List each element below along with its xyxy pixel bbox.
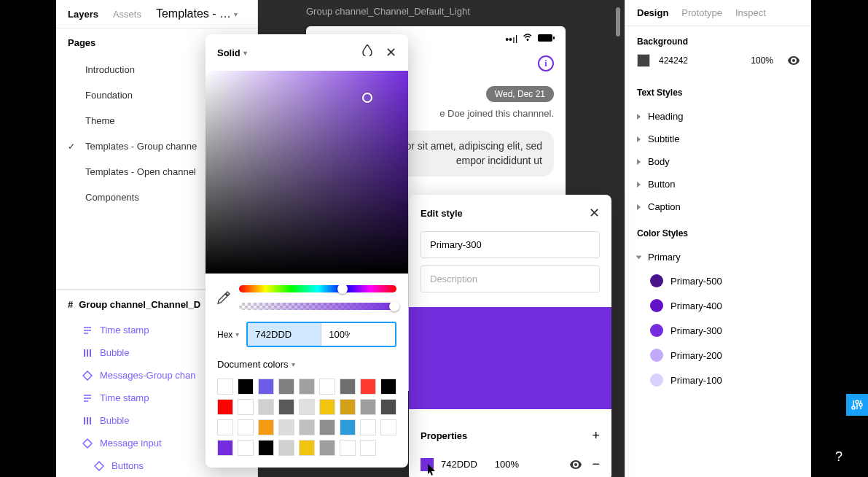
hex-input[interactable] bbox=[248, 323, 321, 346]
text-style-item[interactable]: Caption bbox=[637, 195, 799, 218]
tab-prototype[interactable]: Prototype bbox=[681, 7, 722, 18]
color-swatch[interactable] bbox=[319, 440, 335, 456]
diamond-icon bbox=[82, 371, 93, 381]
help-button[interactable]: ? bbox=[826, 443, 852, 470]
hue-slider[interactable] bbox=[239, 285, 396, 292]
color-swatch[interactable] bbox=[258, 379, 274, 395]
fill-type-dropdown[interactable]: Solid ▾ bbox=[217, 47, 247, 58]
add-property-icon[interactable]: + bbox=[592, 428, 600, 443]
text-style-item[interactable]: Body bbox=[637, 150, 799, 173]
color-swatch[interactable] bbox=[238, 419, 254, 435]
color-swatch[interactable] bbox=[238, 399, 254, 415]
close-icon[interactable]: ✕ bbox=[589, 205, 600, 221]
color-dot-icon bbox=[650, 373, 663, 387]
color-style-item[interactable]: Primary-200 bbox=[650, 343, 799, 368]
text-style-item[interactable]: Subtitle bbox=[637, 128, 799, 150]
adjust-button[interactable] bbox=[846, 394, 868, 416]
color-swatch[interactable] bbox=[258, 399, 274, 415]
blend-icon[interactable] bbox=[362, 44, 372, 61]
color-swatch[interactable] bbox=[258, 440, 274, 456]
color-group-primary[interactable]: Primary bbox=[637, 246, 799, 268]
background-hex[interactable]: 424242 bbox=[659, 55, 688, 66]
svg-rect-1 bbox=[553, 36, 555, 39]
property-row[interactable]: 742DDD 100% − bbox=[421, 457, 600, 472]
color-swatch[interactable] bbox=[340, 440, 356, 456]
color-swatch[interactable] bbox=[278, 379, 294, 395]
text-style-item[interactable]: Button bbox=[637, 173, 799, 195]
background-opacity[interactable]: 100% bbox=[751, 55, 773, 66]
info-icon[interactable]: i bbox=[538, 55, 554, 71]
tab-assets[interactable]: Assets bbox=[113, 9, 141, 20]
color-swatch[interactable] bbox=[299, 379, 315, 395]
color-swatch[interactable] bbox=[380, 379, 396, 395]
saturation-cursor[interactable] bbox=[362, 93, 372, 103]
chevron-right-icon bbox=[637, 159, 641, 165]
color-swatch[interactable] bbox=[319, 419, 335, 435]
color-swatch[interactable] bbox=[340, 379, 356, 395]
color-swatch[interactable] bbox=[217, 419, 233, 435]
color-style-item[interactable]: Primary-400 bbox=[650, 293, 799, 318]
color-swatch[interactable] bbox=[258, 419, 274, 435]
lines-icon bbox=[82, 393, 93, 403]
tab-layers[interactable]: Layers bbox=[68, 9, 98, 20]
color-swatch[interactable] bbox=[360, 399, 376, 415]
color-swatch[interactable] bbox=[360, 379, 376, 395]
tab-templates[interactable]: Templates - … ▾ bbox=[156, 7, 238, 20]
color-swatch[interactable] bbox=[238, 379, 254, 395]
alpha-slider[interactable] bbox=[239, 303, 396, 310]
diamond-icon bbox=[94, 461, 104, 471]
color-swatch[interactable] bbox=[319, 379, 335, 395]
color-style-item[interactable]: Primary-300 bbox=[650, 318, 799, 343]
properties-title: Properties bbox=[421, 430, 467, 441]
alpha-thumb[interactable] bbox=[389, 301, 399, 311]
hue-thumb[interactable] bbox=[337, 284, 348, 294]
property-swatch[interactable] bbox=[421, 458, 434, 471]
color-swatch[interactable] bbox=[278, 419, 294, 435]
color-swatch[interactable] bbox=[217, 399, 233, 415]
close-icon[interactable]: ✕ bbox=[386, 44, 396, 61]
eyedropper-icon[interactable] bbox=[217, 291, 230, 304]
saturation-field[interactable] bbox=[206, 71, 408, 274]
visibility-icon[interactable] bbox=[788, 56, 799, 65]
color-swatch[interactable] bbox=[217, 379, 233, 395]
color-dot-icon bbox=[650, 274, 663, 287]
style-name-input[interactable] bbox=[421, 231, 600, 258]
wifi-icon bbox=[522, 34, 533, 45]
remove-icon[interactable]: − bbox=[592, 457, 600, 472]
scrollbar[interactable] bbox=[616, 7, 620, 36]
hex-format-dropdown[interactable]: Hex ▾ bbox=[217, 330, 239, 340]
hex-opacity-input[interactable] bbox=[321, 323, 357, 346]
color-swatch[interactable] bbox=[380, 399, 396, 415]
property-opacity[interactable]: 100% bbox=[495, 459, 519, 470]
color-swatch[interactable] bbox=[238, 440, 254, 456]
chevron-right-icon bbox=[637, 114, 641, 120]
chevron-right-icon bbox=[637, 182, 641, 187]
color-swatch[interactable] bbox=[299, 399, 315, 415]
color-swatch[interactable] bbox=[299, 419, 315, 435]
color-swatch[interactable] bbox=[380, 419, 396, 435]
visibility-icon[interactable] bbox=[570, 460, 582, 469]
background-title: Background bbox=[637, 36, 799, 47]
text-style-item[interactable]: Heading bbox=[637, 105, 799, 128]
color-style-item[interactable]: Primary-100 bbox=[650, 368, 799, 392]
property-hex[interactable]: 742DDD bbox=[441, 459, 477, 470]
tab-design[interactable]: Design bbox=[637, 7, 668, 18]
edit-style-title: Edit style bbox=[421, 208, 463, 219]
color-style-item[interactable]: Primary-500 bbox=[650, 268, 799, 293]
text-styles-section: Text Styles HeadingSubtitleBodyButtonCap… bbox=[625, 77, 811, 228]
signal-icon: ••ıl bbox=[505, 34, 517, 45]
color-swatch[interactable] bbox=[319, 399, 335, 415]
right-panel: Design Prototype Inspect Background 4242… bbox=[625, 0, 811, 477]
color-swatch[interactable] bbox=[360, 440, 376, 456]
color-swatch[interactable] bbox=[340, 399, 356, 415]
color-swatch[interactable] bbox=[278, 440, 294, 456]
color-swatch[interactable] bbox=[278, 399, 294, 415]
color-swatch[interactable] bbox=[217, 440, 233, 456]
style-description-input[interactable] bbox=[421, 265, 600, 292]
color-swatch[interactable] bbox=[360, 419, 376, 435]
tab-inspect[interactable]: Inspect bbox=[735, 7, 766, 18]
background-swatch[interactable] bbox=[637, 54, 650, 67]
color-swatch[interactable] bbox=[299, 440, 315, 456]
document-colors-dropdown[interactable]: Document colors ▾ bbox=[217, 359, 396, 370]
color-swatch[interactable] bbox=[340, 419, 356, 435]
